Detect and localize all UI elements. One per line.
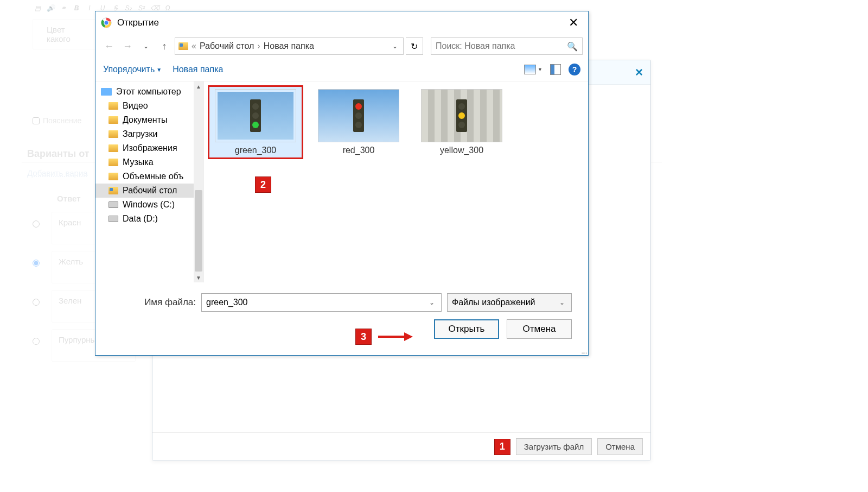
file-thumbnail (421, 89, 502, 142)
organize-label: Упорядочить (103, 65, 155, 74)
tree-item-3d-objects[interactable]: Объемные объ (95, 169, 203, 184)
open-button[interactable]: Открыть (434, 319, 499, 339)
drive-icon (108, 201, 118, 208)
tree-item-images[interactable]: Изображения (95, 141, 203, 155)
navigation-bar: ← → ⌄ ↑ « Рабочий стол › Новая папка ⌄ ↻… (95, 34, 588, 58)
upload-file-button[interactable]: Загрузить файл (516, 438, 592, 455)
traffic-light-icon (353, 99, 364, 132)
dialog-toolbar: Упорядочить ▼ Новая папка ▼ ? (95, 58, 588, 81)
scroll-thumb[interactable] (195, 190, 202, 272)
italic-icon: I (85, 3, 94, 13)
chevron-down-icon: ⌄ (557, 299, 567, 306)
folder-icon (108, 173, 118, 180)
annotation-marker-1: 1 (494, 439, 510, 455)
dialog-body: Этот компьютер Видео Документы Загрузки … (95, 81, 588, 282)
search-input[interactable] (436, 41, 567, 51)
file-item-red[interactable]: red_300 (312, 87, 405, 157)
folder-icon (108, 130, 118, 138)
folder-icon (108, 187, 118, 194)
tree-label: Data (D:) (123, 214, 158, 224)
file-label: green_300 (235, 146, 277, 155)
tree-label: Музыка (123, 157, 154, 167)
view-mode-button[interactable]: ▼ (524, 65, 542, 74)
tree-item-videos[interactable]: Видео (95, 99, 203, 113)
chevron-down-icon: ▼ (538, 67, 542, 72)
folder-icon (178, 42, 188, 50)
annotation-marker-3: 3 (355, 329, 372, 345)
close-button[interactable]: ✕ (564, 15, 583, 31)
tree-label: Рабочий стол (123, 186, 177, 195)
back-button[interactable]: ← (101, 38, 117, 54)
tree-item-documents[interactable]: Документы (95, 113, 203, 127)
file-thumbnail (318, 89, 399, 142)
traffic-light-icon (250, 99, 261, 132)
tree-item-music[interactable]: Музыка (95, 155, 203, 169)
search-box[interactable]: 🔍 (431, 37, 583, 55)
dialog-titlebar: Открытие ✕ (95, 11, 588, 34)
radio-input (33, 260, 40, 267)
link-icon: ⚭ (59, 3, 68, 13)
file-open-dialog: Открытие ✕ ← → ⌄ ↑ « Рабочий стол › Нова… (95, 11, 589, 356)
folder-tree: Этот компьютер Видео Документы Загрузки … (95, 81, 204, 282)
filename-input[interactable] (206, 298, 427, 307)
tree-label: Этот компьютер (116, 87, 181, 97)
folder-icon (108, 102, 118, 110)
drive-icon (108, 216, 118, 222)
dialog-actions: Открыть Отмена (112, 319, 572, 339)
filename-field[interactable]: ⌄ (201, 293, 442, 312)
preview-pane-button[interactable] (550, 64, 561, 75)
traffic-light-icon (456, 99, 467, 132)
folder-icon (108, 159, 118, 166)
bold-icon: B (72, 3, 81, 13)
image-icon: ▤ (33, 3, 42, 13)
file-item-green[interactable]: green_300 (209, 87, 302, 157)
tree-label: Объемные объ (123, 172, 183, 181)
new-folder-button[interactable]: Новая папка (173, 65, 223, 74)
file-thumbnail (215, 89, 296, 142)
tree-item-drive-d[interactable]: Data (D:) (95, 212, 203, 226)
upload-close-icon[interactable]: × (635, 65, 643, 80)
recent-dropdown-icon[interactable]: ⌄ (138, 38, 154, 54)
prompt-field: Цвет какого (33, 19, 103, 49)
cancel-button[interactable]: Отмена (507, 319, 572, 339)
breadcrumb-bar[interactable]: « Рабочий стол › Новая папка ⌄ (175, 37, 404, 55)
file-type-filter[interactable]: Файлы изображений ⌄ (447, 293, 572, 312)
filename-label: Имя файла: (112, 297, 196, 308)
radio-input (33, 299, 40, 306)
search-icon[interactable]: 🔍 (567, 41, 578, 52)
upload-dialog-footer: 1 Загрузить файл Отмена (152, 432, 650, 461)
tree-scrollbar[interactable]: ▲ ▼ (194, 81, 203, 282)
organize-menu[interactable]: Упорядочить ▼ (103, 65, 162, 74)
forward-button[interactable]: → (119, 38, 136, 54)
filter-label: Файлы изображений (452, 298, 535, 307)
tree-item-desktop[interactable]: Рабочий стол (95, 184, 203, 198)
refresh-button[interactable]: ↻ (406, 37, 423, 55)
checkbox-input (33, 117, 40, 124)
tree-item-drive-c[interactable]: Windows (C:) (95, 198, 203, 212)
chevron-down-icon[interactable]: ⌄ (427, 299, 437, 306)
scroll-down-icon[interactable]: ▼ (194, 273, 203, 282)
arrow-icon (377, 331, 414, 342)
tree-item-this-pc[interactable]: Этот компьютер (95, 85, 203, 99)
chrome-icon (101, 17, 112, 28)
upload-cancel-button[interactable]: Отмена (597, 438, 643, 455)
help-button[interactable]: ? (569, 64, 580, 75)
breadcrumb-segment[interactable]: Рабочий стол (200, 41, 254, 51)
tree-label: Видео (123, 101, 148, 111)
resize-grip-icon[interactable]: ⣀⣀ (581, 348, 586, 354)
tree-item-downloads[interactable]: Загрузки (95, 127, 203, 141)
file-item-yellow[interactable]: yellow_300 (416, 87, 508, 157)
dialog-title: Открытие (117, 17, 159, 28)
annotation-marker-2: 2 (255, 176, 271, 193)
pc-icon (101, 88, 112, 96)
svg-marker-4 (404, 332, 413, 341)
breadcrumb-sep: « (190, 41, 197, 51)
folder-icon (108, 116, 118, 124)
radio-input (33, 338, 40, 345)
breadcrumb-segment[interactable]: Новая папка (264, 41, 314, 51)
tree-label: Загрузки (123, 129, 157, 139)
chevron-right-icon: › (256, 41, 261, 51)
up-button[interactable]: ↑ (156, 38, 173, 54)
scroll-up-icon[interactable]: ▲ (194, 81, 203, 91)
chevron-down-icon[interactable]: ⌄ (390, 42, 400, 50)
